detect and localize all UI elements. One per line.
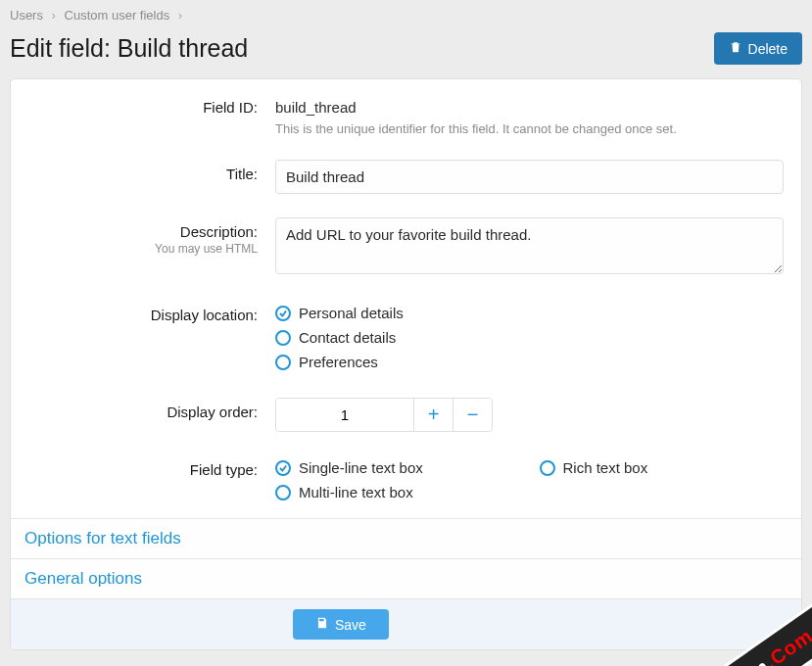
radio-contact-details[interactable]: Contact details [275,325,784,350]
trash-icon [729,40,742,57]
row-description: Description: You may use HTML Add URL to… [11,208,801,291]
plus-icon: + [428,404,440,426]
row-display-location: Display location: Personal details Conta… [11,291,801,388]
radio-label: Single-line text box [299,459,423,476]
radio-label: Rich text box [563,459,648,476]
radio-unselected-icon [540,460,555,476]
stepper-decrement[interactable]: − [453,399,492,431]
row-display-order: Display order: + − [11,388,801,446]
radio-label: Personal details [299,305,404,321]
edit-field-panel: Field ID: build_thread This is the uniqu… [10,78,802,650]
radio-personal-details[interactable]: Personal details [275,301,784,325]
save-icon [315,616,329,633]
radio-preferences[interactable]: Preferences [275,350,784,374]
row-field-id: Field ID: build_thread This is the uniqu… [11,79,801,150]
row-title: Title: [11,150,801,208]
watermark-left: XenVn [706,655,773,666]
minus-icon: − [467,404,479,426]
chevron-right-icon: › [52,8,56,23]
radio-label: Contact details [299,329,396,346]
breadcrumb-link-users[interactable]: Users [10,8,43,23]
field-id-explain: This is the unique identifier for this f… [275,121,784,136]
label-field-id: Field ID: [11,93,275,136]
radio-selected-icon [275,306,291,321]
label-display-order: Display order: [11,398,275,432]
radio-selected-icon [275,460,291,476]
delete-button[interactable]: Delete [714,32,802,65]
radio-rich-text-box[interactable]: Rich text box [540,455,785,480]
label-field-type: Field type: [11,455,275,504]
section-general-options[interactable]: General options [11,558,801,598]
radio-unselected-icon [275,485,291,500]
stepper-increment[interactable]: + [413,399,453,431]
radio-label: Preferences [299,354,378,370]
radio-label: Multi-line text box [299,484,413,500]
radio-unselected-icon [275,330,291,346]
title-input[interactable] [275,160,784,194]
row-field-type: Field type: Single-line text box Rich te… [11,446,801,518]
radio-unselected-icon [275,355,291,370]
description-hint: You may use HTML [11,242,258,256]
chevron-right-icon: › [178,8,182,23]
save-button[interactable]: Save [293,609,389,640]
page-title: Edit field: Build thread [10,34,248,63]
section-options-for-text-fields[interactable]: Options for text fields [11,518,801,558]
field-id-value: build_thread [275,93,784,116]
display-order-stepper: + − [275,398,493,432]
form-footer: Save [11,598,801,649]
breadcrumb-link-custom-user-fields[interactable]: Custom user fields [65,8,170,23]
description-textarea[interactable]: Add URL to your favorite build thread. [275,217,784,274]
label-description: Description: You may use HTML [11,217,275,277]
label-title: Title: [11,160,275,194]
label-display-location: Display location: [11,301,275,374]
breadcrumb: Users › Custom user fields › [0,0,812,28]
radio-single-line-text-box[interactable]: Single-line text box [275,455,520,480]
radio-multi-line-text-box[interactable]: Multi-line text box [275,480,520,504]
delete-button-label: Delete [748,41,788,57]
display-order-input[interactable] [276,399,413,431]
save-button-label: Save [335,617,366,633]
